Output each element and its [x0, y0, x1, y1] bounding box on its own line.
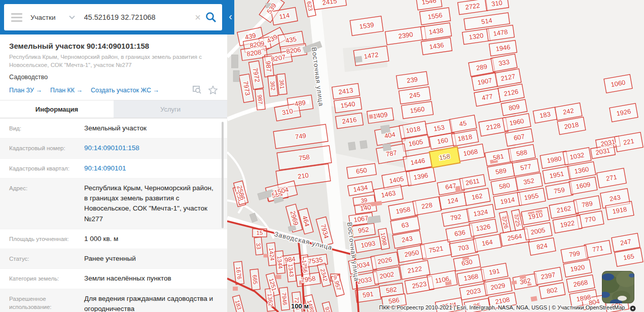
building-osnovnoe: [233, 287, 238, 291]
plan-zu-link[interactable]: План ЗУ →: [9, 87, 42, 94]
parcel-number-label: 362: [269, 81, 276, 91]
collapse-panel-icon[interactable]: ‹: [227, 11, 234, 21]
create-zhs-link[interactable]: Создать участок ЖС →: [91, 87, 159, 94]
parcel-number-label: 514: [481, 17, 493, 26]
parcel-number-label: 749: [295, 132, 307, 141]
search-header: Участки × ‹: [0, 0, 234, 34]
info-row: Кадастровый номер:90:14:090101:158: [0, 138, 227, 158]
sidebar: Земельный участок 90:14:090101:158 Респу…: [0, 0, 227, 312]
info-row: Статус:Ранее учтенный: [0, 249, 227, 268]
parcel-usage: Садоводство: [0, 69, 227, 82]
parcel-number-label: 210: [297, 171, 309, 181]
parcel-number-label: 952: [357, 226, 370, 235]
scale-bar-label: 100 м: [291, 302, 309, 310]
info-row-value: Ранее учтенный: [84, 254, 214, 264]
building-osnovnoe: [264, 254, 268, 258]
building: [232, 55, 238, 68]
parcel-number-label: 45: [458, 119, 467, 128]
parcel-number-label: 239: [406, 76, 418, 85]
map-control-dot: [632, 307, 634, 309]
parcel-number-label: 245: [409, 91, 421, 100]
links-row: План ЗУ → План КК → Создать участок ЖС →: [0, 82, 227, 100]
scrollbar-thumb[interactable]: [222, 122, 224, 228]
tab-information[interactable]: Информация: [0, 100, 114, 118]
favorite-star-icon[interactable]: [208, 85, 218, 95]
chevron-down-icon: [69, 15, 75, 19]
clear-search-icon[interactable]: ×: [191, 12, 205, 23]
parcel-number-label: 987: [264, 60, 273, 72]
map-attribution: ПКК © Росреестр 2010-2021 | Esri, Interg…: [379, 304, 625, 310]
info-row: Категория земель:Земли населённых пункто…: [0, 268, 227, 288]
building-osnovnoe: [276, 275, 281, 279]
parcel-number-label: 15: [257, 230, 263, 236]
info-row-value: Республика Крым, Черноморский район, в г…: [84, 183, 214, 224]
search-category-label: Участки: [30, 14, 56, 21]
map-canvas[interactable]: 5391144394394358209820682088207987797279…: [227, 0, 644, 312]
parcel-number-label: 591: [362, 290, 374, 299]
parcel-number-label: 361: [278, 79, 285, 89]
info-row-label: Кадастровый номер:: [9, 143, 84, 153]
parcel-number-label: 758: [298, 153, 310, 162]
info-row-value: 1 000 кв. м: [84, 234, 214, 244]
parcel-number-label: 586: [388, 296, 400, 305]
app: 5391144394394358209820682088207987797279…: [0, 0, 644, 312]
parcel-number-label: 489: [294, 99, 306, 108]
parcel-number-label: 140: [360, 203, 372, 213]
parcel-number-label: 93: [324, 306, 332, 312]
info-row-value-link[interactable]: 90:14:090101: [84, 163, 214, 174]
map[interactable]: 5391144394394358209820682088207987797279…: [227, 0, 644, 312]
info-row: Кадастровый квартал:90:14:090101: [0, 158, 227, 178]
parcel-number-label: 33: [255, 242, 262, 250]
parcel-number-label: 650: [355, 166, 368, 176]
info-row-value: Для ведения гражданами садоводства и ого…: [84, 294, 214, 312]
area-zoom-icon[interactable]: [192, 85, 202, 95]
info-table: Вид:Земельный участокКадастровый номер:9…: [0, 118, 227, 312]
plan-kk-link[interactable]: План КК →: [50, 87, 83, 94]
info-row-label: Категория земель:: [9, 273, 84, 284]
info-row: Адрес:Республика Крым, Черноморский райо…: [0, 178, 227, 229]
info-row-value: Земельный участок: [84, 123, 214, 133]
page-title: Земельный участок 90:14:090101:158: [0, 34, 227, 53]
parcel-number-label: 987: [257, 94, 264, 105]
building: [348, 142, 356, 151]
search-icon[interactable]: [205, 11, 217, 23]
parcel-number-label: 63: [401, 221, 409, 229]
building: [360, 141, 368, 149]
parcel-number-label: 582: [385, 286, 398, 295]
building: [355, 56, 362, 63]
info-row-label: Разрешенное использование:: [9, 294, 84, 312]
search-input[interactable]: [84, 13, 191, 21]
info-row-label: Кадастровый квартал:: [9, 163, 84, 174]
search-box: Участки ×: [4, 4, 222, 30]
info-row-value-link[interactable]: 90:14:090101:158: [84, 143, 214, 153]
parcel-address-subtitle: Республика Крым, Черноморский район, в г…: [0, 53, 227, 69]
info-row-value: Земли населённых пунктов: [84, 273, 214, 284]
search-category-dropdown[interactable]: Участки: [30, 14, 75, 21]
info-row-label: Площадь уточненная:: [9, 234, 84, 244]
info-row-label: Адрес:: [9, 183, 84, 224]
info-row-label: Статус:: [9, 254, 84, 264]
building: [233, 71, 239, 82]
parcel-number-label: 9: [334, 274, 337, 281]
tab-bar: Информация Услуги: [0, 100, 227, 118]
menu-icon[interactable]: [11, 13, 22, 22]
info-row-label: Вид:: [9, 123, 84, 133]
parcel-number-label: 665: [252, 274, 259, 285]
info-row: Вид:Земельный участок: [0, 118, 227, 138]
basemap-thumbnail[interactable]: [597, 271, 636, 305]
parcel-number-label: 984: [284, 255, 296, 264]
info-row: Площадь уточненная:1 000 кв. м: [0, 229, 227, 249]
info-row: Разрешенное использование:Для ведения гр…: [0, 289, 227, 312]
tab-services[interactable]: Услуги: [114, 100, 227, 118]
parcel-number-label: 39: [361, 197, 368, 204]
